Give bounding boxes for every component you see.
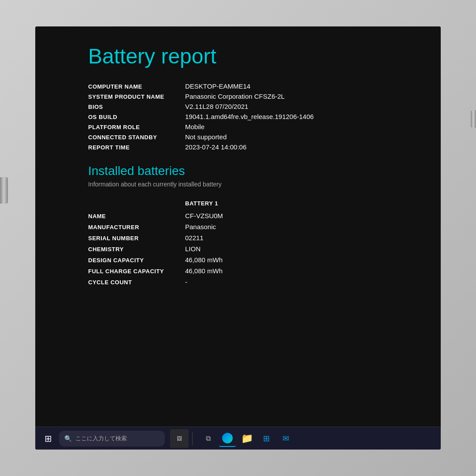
info-label: COMPUTER NAME [88, 83, 185, 90]
battery-header: BATTERY 1 [185, 200, 388, 207]
laptop-frame: Battery report COMPUTER NAME DESKTOP-EAM… [0, 0, 476, 476]
info-label: OS BUILD [88, 114, 185, 120]
info-row: PLATFORM ROLE Mobile [88, 123, 388, 130]
battery-label: DESIGN CAPACITY [88, 257, 185, 264]
taskbar: ⊞ 🔍 ここに入力して検索 🖼 ⧉ 📁 [35, 427, 441, 450]
battery-table: NAME CF-VZSU0M MANUFACTURER Panasonic SE… [88, 212, 388, 286]
info-row: SYSTEM PRODUCT NAME Panasonic Corporatio… [88, 93, 388, 100]
info-row: OS BUILD 19041.1.amd64fre.vb_release.191… [88, 113, 388, 120]
file-explorer-icon[interactable]: 📁 [238, 430, 255, 447]
folder-icon: 📁 [241, 433, 253, 444]
battery-value: LION [185, 245, 201, 253]
battery-row: CHEMISTRY LION [88, 245, 388, 253]
edge-icon[interactable] [219, 430, 236, 447]
battery-row: FULL CHARGE CAPACITY 46,080 mWh [88, 267, 388, 275]
taskbar-search-box[interactable]: 🔍 ここに入力して検索 [59, 431, 165, 446]
info-label: CONNECTED STANDBY [88, 134, 185, 141]
info-label: SYSTEM PRODUCT NAME [88, 93, 185, 100]
screen: Battery report COMPUTER NAME DESKTOP-EAM… [35, 26, 441, 450]
search-placeholder-text: ここに入力して検索 [75, 435, 127, 443]
mail-icon-graphic: ✉ [283, 434, 289, 443]
info-label: REPORT TIME [88, 144, 185, 151]
batteries-section: Installed batteries Information about ea… [88, 164, 388, 286]
info-row: CONNECTED STANDBY Not supported [88, 133, 388, 141]
right-border-decoration [471, 110, 476, 128]
taskbar-divider [192, 432, 193, 445]
battery-value: CF-VZSU0M [185, 212, 223, 219]
batteries-section-subtitle: Information about each currently install… [88, 181, 388, 188]
info-value: Panasonic Corporation CFSZ6-2L [185, 93, 285, 100]
battery-label: NAME [88, 213, 185, 219]
mail-icon[interactable]: ✉ [277, 430, 294, 447]
info-row: REPORT TIME 2023-07-24 14:00:06 [88, 143, 388, 151]
info-value: 19041.1.amd64fre.vb_release.191206-1406 [185, 113, 314, 120]
battery-row: NAME CF-VZSU0M [88, 212, 388, 219]
info-label: BIOS [88, 104, 185, 110]
battery-label: SERIAL NUMBER [88, 235, 185, 242]
store-icon[interactable]: ⊞ [258, 430, 275, 447]
edge-icon-graphic [222, 433, 233, 443]
store-icon-graphic: ⊞ [263, 434, 270, 443]
batteries-section-title: Installed batteries [88, 164, 388, 178]
info-value: Mobile [185, 123, 205, 130]
battery-label: CHEMISTRY [88, 246, 185, 253]
info-value: DESKTOP-EAMME14 [185, 82, 250, 90]
search-icon: 🔍 [64, 435, 72, 442]
page-title: Battery report [88, 44, 388, 68]
system-info-table: COMPUTER NAME DESKTOP-EAMME14 SYSTEM PRO… [88, 82, 388, 151]
battery-label: CYCLE COUNT [88, 279, 185, 286]
battery-value: 02211 [185, 234, 204, 242]
battery-row: SERIAL NUMBER 02211 [88, 234, 388, 242]
screen-content: Battery report COMPUTER NAME DESKTOP-EAM… [35, 26, 441, 427]
battery-value: - [185, 278, 187, 286]
info-row: BIOS V2.11L28 07/20/2021 [88, 103, 388, 110]
battery-value: Panasonic [185, 223, 216, 231]
battery-label: MANUFACTURER [88, 224, 185, 231]
info-row: COMPUTER NAME DESKTOP-EAMME14 [88, 82, 388, 90]
start-button[interactable]: ⊞ [39, 429, 57, 448]
battery-value: 46,080 mWh [185, 267, 223, 275]
battery-label: FULL CHARGE CAPACITY [88, 268, 185, 275]
taskbar-icons: ⧉ 📁 ⊞ ✉ [200, 430, 294, 447]
info-value: Not supported [185, 133, 227, 141]
task-view-button[interactable]: ⧉ [200, 430, 216, 447]
info-value: V2.11L28 07/20/2021 [185, 103, 248, 110]
taskbar-thumbnail[interactable]: 🖼 [170, 429, 189, 448]
battery-row: MANUFACTURER Panasonic [88, 223, 388, 231]
info-value: 2023-07-24 14:00:06 [185, 143, 246, 151]
battery-value: 46,080 mWh [185, 256, 223, 264]
battery-row: DESIGN CAPACITY 46,080 mWh [88, 256, 388, 264]
left-border-decoration [0, 177, 8, 204]
battery-row: CYCLE COUNT - [88, 278, 388, 286]
info-label: PLATFORM ROLE [88, 124, 185, 130]
